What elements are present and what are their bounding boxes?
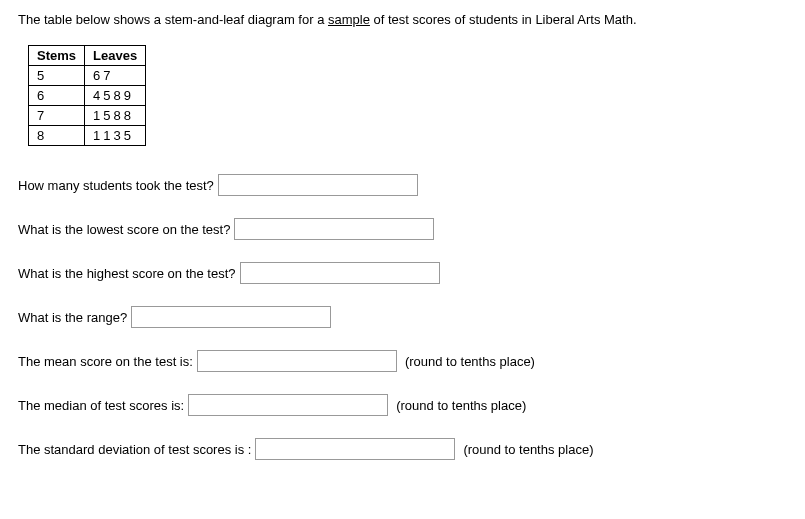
- q5-label: The mean score on the test is:: [18, 354, 193, 369]
- q4-label: What is the range?: [18, 310, 127, 325]
- q5-hint: (round to tenths place): [405, 354, 535, 369]
- question-count: How many students took the test?: [18, 174, 787, 196]
- q3-input[interactable]: [240, 262, 440, 284]
- question-stddev: The standard deviation of test scores is…: [18, 438, 787, 460]
- table-row: 7 1588: [29, 106, 146, 126]
- table-header-row: Stems Leaves: [29, 46, 146, 66]
- q1-input[interactable]: [218, 174, 418, 196]
- q7-hint: (round to tenths place): [463, 442, 593, 457]
- stem-cell: 5: [29, 66, 85, 86]
- q6-input[interactable]: [188, 394, 388, 416]
- table-row: 8 1135: [29, 126, 146, 146]
- q6-label: The median of test scores is:: [18, 398, 184, 413]
- question-range: What is the range?: [18, 306, 787, 328]
- intro-pre: The table below shows a stem-and-leaf di…: [18, 12, 328, 27]
- leaves-cell: 67: [85, 66, 146, 86]
- intro-sample-underlined: sample: [328, 12, 370, 27]
- q5-input[interactable]: [197, 350, 397, 372]
- table-row: 6 4589: [29, 86, 146, 106]
- leaves-cell: 1588: [85, 106, 146, 126]
- q2-input[interactable]: [234, 218, 434, 240]
- stem-cell: 8: [29, 126, 85, 146]
- question-lowest: What is the lowest score on the test?: [18, 218, 787, 240]
- q7-input[interactable]: [255, 438, 455, 460]
- q3-label: What is the highest score on the test?: [18, 266, 236, 281]
- q2-label: What is the lowest score on the test?: [18, 222, 230, 237]
- stem-leaf-table: Stems Leaves 5 67 6 4589 7 1588 8 1135: [28, 45, 146, 146]
- leaves-cell: 1135: [85, 126, 146, 146]
- q1-label: How many students took the test?: [18, 178, 214, 193]
- stem-cell: 7: [29, 106, 85, 126]
- table-row: 5 67: [29, 66, 146, 86]
- q6-hint: (round to tenths place): [396, 398, 526, 413]
- question-highest: What is the highest score on the test?: [18, 262, 787, 284]
- q4-input[interactable]: [131, 306, 331, 328]
- question-mean: The mean score on the test is: (round to…: [18, 350, 787, 372]
- intro-text: The table below shows a stem-and-leaf di…: [18, 12, 787, 27]
- intro-post: of test scores of students in Liberal Ar…: [370, 12, 637, 27]
- header-leaves: Leaves: [85, 46, 146, 66]
- header-stems: Stems: [29, 46, 85, 66]
- leaves-cell: 4589: [85, 86, 146, 106]
- q7-label: The standard deviation of test scores is…: [18, 442, 251, 457]
- stem-cell: 6: [29, 86, 85, 106]
- question-median: The median of test scores is: (round to …: [18, 394, 787, 416]
